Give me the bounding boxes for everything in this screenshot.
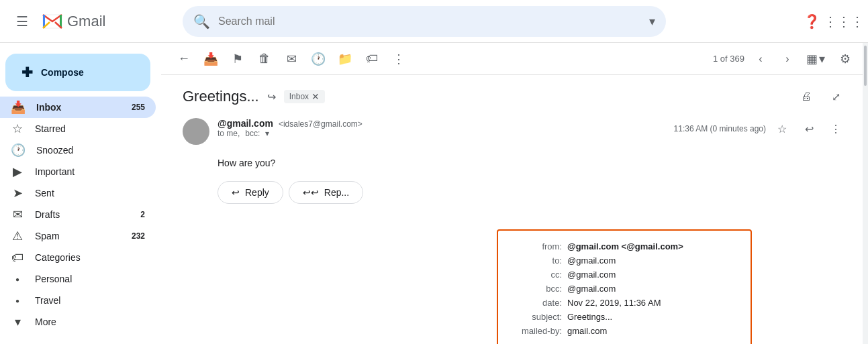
cc-label-detail: cc: (512, 270, 562, 280)
search-icon: 🔍 (193, 13, 210, 30)
search-input[interactable] (218, 15, 649, 27)
reply-all-button[interactable]: ↩↩ Rep... (289, 181, 363, 204)
inbox-icon: 📥 (11, 100, 26, 115)
archive-button[interactable]: 📥 (199, 47, 223, 71)
sidebar-item-more[interactable]: ▾ More (0, 311, 156, 333)
more-message-options-button[interactable]: ⋮ (825, 118, 847, 139)
inbox-count: 255 (132, 103, 145, 112)
view-icon: ▦ (806, 52, 818, 66)
compose-plus-icon: ✚ (21, 64, 33, 80)
topbar-left: ☰ Gmail (11, 8, 172, 35)
message-header: @gmail.com <idsales7@gmail.com> to me, b… (183, 118, 847, 145)
view-toggle-button[interactable]: ▦ ▾ (801, 49, 830, 69)
topbar-right: ❓ ⋮⋮⋮ (798, 8, 857, 35)
reply-inline-button[interactable]: ↩ (798, 118, 820, 139)
menu-icon[interactable]: ☰ (11, 8, 34, 35)
from-value: @gmail.com <@gmail.com> (567, 241, 683, 251)
print-button[interactable]: 🖨 (795, 86, 817, 107)
mark-unread-button[interactable]: ✉ (279, 47, 303, 71)
sender-avatar (183, 118, 209, 145)
reply-button[interactable]: ↩ Reply (218, 181, 283, 204)
important-icon: ▶ (11, 164, 24, 179)
details-date-row: date: Nov 22, 2019, 11:36 AM (512, 298, 737, 308)
sidebar: ✚ Compose 📥 Inbox 255 ☆ Starred 🕐 Snooze… (0, 43, 161, 344)
message-card: @gmail.com <idsales7@gmail.com> to me, b… (183, 118, 847, 204)
details-from-row: from: @gmail.com <@gmail.com> (512, 241, 737, 251)
starred-icon: ☆ (11, 121, 24, 136)
sent-icon: ➤ (11, 186, 24, 200)
label-button[interactable]: 🏷 (360, 47, 384, 71)
details-to-row: to: @gmail.com (512, 255, 737, 266)
settings-button[interactable]: ⚙ (833, 47, 857, 71)
search-bar[interactable]: 🔍 ▾ (183, 6, 666, 37)
sent-label: Sent (35, 188, 145, 198)
topbar: ☰ Gmail 🔍 ▾ ❓ ⋮⋮⋮ (0, 0, 868, 43)
gmail-logo: Gmail (40, 9, 105, 34)
important-label: Important (35, 166, 145, 177)
from-name: @gmail.com < (567, 241, 626, 251)
prev-email-button[interactable]: ‹ (750, 48, 771, 70)
email-subject: Greetings... (183, 88, 259, 105)
drafts-label: Drafts (35, 209, 130, 220)
sidebar-item-important[interactable]: ▶ Important (0, 161, 156, 182)
sidebar-item-starred[interactable]: ☆ Starred (0, 118, 156, 139)
subject-label-detail: subject: (512, 312, 562, 322)
back-button[interactable]: ← (172, 47, 196, 71)
drafts-icon: ✉ (11, 207, 24, 222)
sidebar-item-snoozed[interactable]: 🕐 Snoozed (0, 139, 156, 161)
report-spam-button[interactable]: ⚑ (226, 47, 250, 71)
apps-button[interactable]: ⋮⋮⋮ (830, 8, 857, 35)
view-chevron-icon: ▾ (819, 52, 825, 66)
gmail-m-icon (40, 9, 64, 34)
reply-all-icon: ↩↩ (303, 187, 319, 198)
sender-email: <idsales7@gmail.com> (279, 119, 363, 129)
mailedby-value: gmail.com (567, 326, 607, 336)
search-dropdown-icon[interactable]: ▾ (649, 14, 655, 29)
sidebar-item-inbox[interactable]: 📥 Inbox 255 (0, 97, 156, 118)
sidebar-item-sent[interactable]: ➤ Sent (0, 182, 156, 204)
next-email-button[interactable]: › (777, 48, 798, 70)
snooze-button[interactable]: 🕐 (306, 47, 330, 71)
to-line: to me, bcc: ▾ (218, 129, 666, 138)
from-email: @gmail.com> (626, 241, 683, 251)
sidebar-item-categories[interactable]: 🏷 Categories (0, 247, 156, 268)
categories-icon: 🏷 (11, 251, 24, 265)
sidebar-item-personal[interactable]: ● Personal (0, 268, 156, 290)
star-button[interactable]: ☆ (771, 118, 793, 139)
expand-button[interactable]: ⤢ (825, 86, 847, 107)
details-popup: from: @gmail.com <@gmail.com> to: @gmail… (497, 229, 752, 344)
reply-row: ↩ Reply ↩↩ Rep... (218, 181, 847, 204)
personal-label: Personal (35, 274, 145, 284)
close-tag-button[interactable]: ✕ (311, 91, 320, 102)
help-button[interactable]: ❓ (798, 8, 825, 35)
scroll-indicator (863, 43, 868, 344)
snoozed-label: Snoozed (36, 145, 145, 156)
gmail-text: Gmail (67, 13, 105, 30)
bcc-label-detail: bcc: (512, 284, 562, 294)
reply-icon: ↩ (232, 187, 240, 198)
compose-button[interactable]: ✚ Compose (5, 54, 150, 91)
expand-meta-button[interactable]: ▾ (265, 129, 269, 138)
reply-label: Reply (245, 187, 269, 198)
travel-label: Travel (35, 295, 145, 306)
to-label-detail: to: (512, 255, 562, 266)
main-layout: ✚ Compose 📥 Inbox 255 ☆ Starred 🕐 Snooze… (0, 0, 868, 344)
content-area: ← 📥 ⚑ 🗑 ✉ 🕐 📁 🏷 ⋮ 1 of 369 ‹ › ▦ ▾ ⚙ (161, 43, 868, 344)
sidebar-item-travel[interactable]: ● Travel (0, 290, 156, 311)
email-subject-row: Greetings... ↪ Inbox ✕ 🖨 ⤢ (183, 86, 847, 107)
pager: 1 of 369 ‹ › (713, 48, 798, 70)
spam-label: Spam (35, 231, 121, 241)
more-options-button[interactable]: ⋮ (387, 47, 411, 71)
move-to-button[interactable]: 📁 (333, 47, 357, 71)
sidebar-item-drafts[interactable]: ✉ Drafts 2 (0, 204, 156, 225)
from-label: from: (512, 241, 562, 251)
message-time-actions: 11:36 AM (0 minutes ago) ☆ ↩ ⋮ (674, 118, 847, 139)
inbox-tag-label: Inbox (289, 92, 309, 101)
sender-name: @gmail.com (218, 118, 273, 129)
details-mailedby-row: mailed-by: gmail.com (512, 326, 737, 336)
mailedby-label: mailed-by: (512, 326, 562, 336)
spam-icon: ⚠ (11, 229, 24, 243)
inbox-label: Inbox (36, 102, 121, 113)
delete-button[interactable]: 🗑 (252, 47, 277, 71)
sidebar-item-spam[interactable]: ⚠ Spam 232 (0, 225, 156, 247)
